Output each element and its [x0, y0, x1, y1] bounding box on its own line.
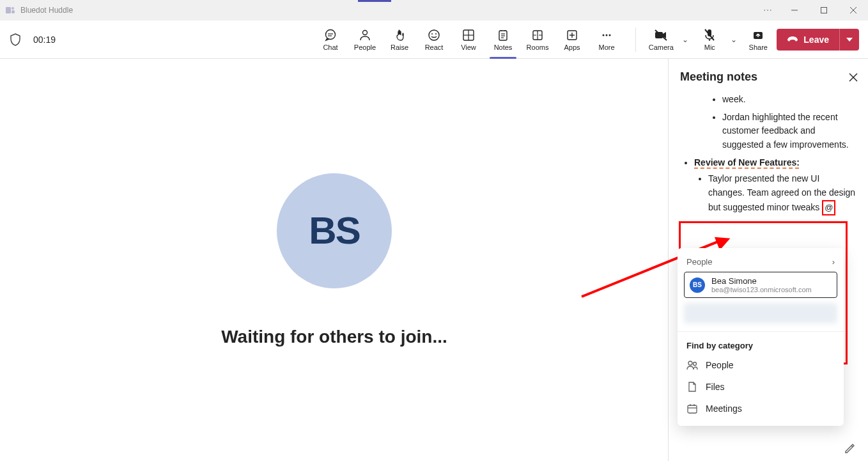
toolbar-divider — [635, 27, 636, 52]
view-icon — [461, 28, 476, 42]
note-line: Jordan highlighted the recent customer f… — [722, 111, 858, 152]
rooms-icon — [531, 28, 545, 42]
svg-point-13 — [435, 33, 437, 35]
raise-hand-icon — [392, 28, 407, 42]
waiting-message: Waiting for others to join... — [221, 327, 447, 347]
apps-button[interactable]: Apps — [555, 23, 589, 56]
svg-rect-40 — [688, 405, 697, 413]
at-mention-trigger[interactable]: @ — [822, 200, 835, 215]
mention-popup: People › BS Bea Simone bea@twiso123.onmi… — [678, 248, 844, 426]
leave-dropdown[interactable] — [839, 29, 859, 51]
minimize-button[interactable] — [780, 0, 809, 20]
mention-section-header[interactable]: People › — [678, 254, 844, 272]
react-icon — [427, 28, 441, 42]
camera-chevron-icon[interactable]: ⌄ — [679, 35, 691, 44]
share-button[interactable]: Share — [743, 28, 773, 51]
camera-button[interactable]: Camera — [646, 28, 676, 51]
window-controls — [780, 0, 868, 20]
share-icon — [751, 28, 765, 42]
person-name: Bea Simone — [711, 276, 812, 286]
person-email: bea@twiso123.onmicrosoft.com — [711, 286, 812, 293]
category-people[interactable]: People — [678, 354, 844, 376]
more-icon — [600, 28, 614, 42]
leave-button[interactable]: Leave — [777, 29, 859, 51]
teams-app-icon — [5, 5, 15, 15]
note-line: Taylor presented the new UI changes. Tea… — [708, 172, 858, 215]
find-by-category-label: Find by category — [678, 331, 844, 354]
svg-point-11 — [429, 30, 439, 40]
category-files[interactable]: Files — [678, 376, 844, 398]
hangup-icon — [787, 35, 798, 44]
svg-point-1 — [12, 7, 14, 10]
panel-title: Meeting notes — [680, 70, 757, 84]
files-category-icon — [686, 381, 698, 393]
meeting-timer: 00:19 — [33, 35, 56, 45]
notes-content[interactable]: week. Jordan highlighted the recent cust… — [680, 93, 858, 215]
meetings-category-icon — [686, 403, 698, 414]
svg-rect-0 — [6, 7, 11, 13]
notes-icon — [496, 28, 510, 42]
rooms-button[interactable]: Rooms — [520, 23, 555, 56]
view-button[interactable]: View — [451, 23, 486, 56]
window-title: Bluedot Huddle — [20, 6, 73, 15]
svg-point-12 — [431, 33, 433, 35]
person-avatar: BS — [690, 277, 705, 293]
chat-icon — [323, 28, 337, 42]
react-button[interactable]: React — [417, 23, 451, 56]
raise-button[interactable]: Raise — [382, 23, 417, 56]
svg-rect-2 — [12, 10, 15, 13]
avatar-initials: BS — [309, 208, 359, 253]
meeting-stage: BS Waiting for others to join... — [0, 59, 669, 461]
svg-point-27 — [603, 34, 605, 36]
close-panel-button[interactable] — [849, 73, 858, 82]
title-accent — [358, 0, 391, 2]
notes-button[interactable]: Notes — [486, 23, 520, 56]
camera-off-icon — [654, 28, 668, 42]
chat-button[interactable]: Chat — [313, 23, 348, 56]
people-icon — [358, 28, 372, 42]
mention-person-item-blurred[interactable] — [684, 303, 837, 324]
note-heading: Review of New Features: Taylor presented… — [694, 156, 858, 215]
mic-chevron-icon[interactable]: ⌄ — [728, 35, 740, 44]
svg-point-39 — [694, 363, 697, 366]
mic-button[interactable]: Mic — [695, 28, 724, 51]
people-button[interactable]: People — [348, 23, 382, 56]
more-button[interactable]: More — [589, 23, 624, 56]
edit-pen-icon[interactable] — [844, 443, 855, 455]
svg-rect-4 — [821, 8, 827, 13]
titlebar-more-icon[interactable]: ⋯ — [763, 5, 772, 15]
close-button[interactable] — [839, 0, 868, 20]
shield-icon[interactable] — [9, 33, 22, 46]
chevron-right-icon: › — [832, 257, 835, 267]
people-category-icon — [686, 359, 698, 371]
apps-icon — [565, 28, 579, 42]
titlebar: Bluedot Huddle ⋯ — [0, 0, 868, 20]
svg-point-38 — [688, 361, 692, 365]
svg-point-29 — [609, 34, 611, 36]
note-line: week. — [722, 93, 858, 107]
category-meetings[interactable]: Meetings — [678, 398, 844, 419]
svg-point-28 — [606, 34, 608, 36]
svg-point-7 — [326, 29, 336, 39]
meeting-toolbar: 00:19 Chat People Raise React View Notes — [0, 20, 868, 59]
mention-person-item[interactable]: BS Bea Simone bea@twiso123.onmicrosoft.c… — [684, 272, 837, 298]
participant-avatar: BS — [277, 173, 392, 288]
toolbar-actions: Chat People Raise React View Notes Rooms — [313, 23, 624, 56]
maximize-button[interactable] — [809, 0, 839, 20]
mic-off-icon — [702, 28, 717, 42]
svg-point-10 — [363, 30, 368, 35]
